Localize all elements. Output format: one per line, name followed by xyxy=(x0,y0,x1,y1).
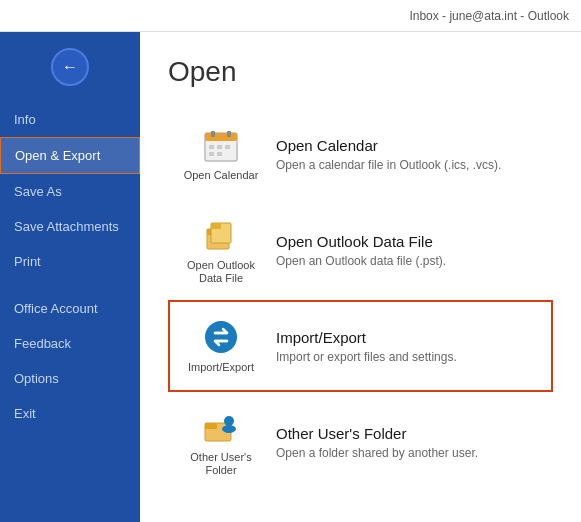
sidebar: ← Info Open & Export Save As Save Attach… xyxy=(0,32,140,522)
svg-point-13 xyxy=(205,321,237,353)
page-title: Open xyxy=(168,56,553,88)
content-area: Open Open Calendar xyxy=(140,32,581,522)
sidebar-item-save-attachments[interactable]: Save Attachments xyxy=(0,209,140,244)
open-outlook-data-file-desc: Open an Outlook data file (.pst). xyxy=(276,254,545,268)
svg-rect-6 xyxy=(225,145,230,149)
import-export-icon xyxy=(201,317,241,357)
svg-rect-2 xyxy=(211,131,215,137)
option-open-outlook-data-file[interactable]: Open Outlook Data File Open Outlook Data… xyxy=(168,204,553,296)
sidebar-item-exit[interactable]: Exit xyxy=(0,396,140,431)
other-users-folder-title: Other User's Folder xyxy=(276,425,545,442)
import-export-title: Import/Export xyxy=(276,329,545,346)
title-bar: Inbox - june@ata.int - Outlook xyxy=(0,0,581,32)
option-open-calendar[interactable]: Open Calendar Open Calendar Open a calen… xyxy=(168,108,553,200)
other-users-folder-desc: Open a folder shared by another user. xyxy=(276,446,545,460)
svg-rect-4 xyxy=(209,145,214,149)
option-other-users-folder[interactable]: Other User's Folder Other User's Folder … xyxy=(168,396,553,488)
svg-rect-3 xyxy=(227,131,231,137)
import-export-desc: Import or export files and settings. xyxy=(276,350,545,364)
sidebar-item-feedback[interactable]: Feedback xyxy=(0,326,140,361)
svg-rect-17 xyxy=(205,423,217,429)
svg-rect-1 xyxy=(205,133,237,141)
import-export-icon-container: Import/Export xyxy=(176,310,266,382)
open-calendar-icon-container: Open Calendar xyxy=(176,118,266,190)
svg-rect-12 xyxy=(211,223,221,229)
import-export-text: Import/Export Import or export files and… xyxy=(266,329,545,364)
sidebar-item-info[interactable]: Info xyxy=(0,102,140,137)
open-outlook-data-file-icon-container: Open Outlook Data File xyxy=(176,214,266,286)
other-users-folder-icon-container: Other User's Folder xyxy=(176,406,266,478)
data-file-icon xyxy=(201,215,241,255)
option-list: Open Calendar Open Calendar Open a calen… xyxy=(168,108,553,488)
svg-rect-7 xyxy=(209,152,214,156)
sidebar-item-office-account[interactable]: Office Account xyxy=(0,291,140,326)
open-outlook-data-file-text: Open Outlook Data File Open an Outlook d… xyxy=(266,233,545,268)
open-outlook-data-file-title: Open Outlook Data File xyxy=(276,233,545,250)
open-calendar-title: Open Calendar xyxy=(276,137,545,154)
svg-point-18 xyxy=(224,416,234,426)
sidebar-item-save-as[interactable]: Save As xyxy=(0,174,140,209)
import-export-label: Import/Export xyxy=(188,361,254,374)
calendar-icon xyxy=(201,125,241,165)
svg-rect-8 xyxy=(217,152,222,156)
svg-point-19 xyxy=(222,425,236,433)
other-users-folder-icon xyxy=(201,407,241,447)
other-users-folder-text: Other User's Folder Open a folder shared… xyxy=(266,425,545,460)
open-calendar-text: Open Calendar Open a calendar file in Ou… xyxy=(266,137,545,172)
open-outlook-data-file-label: Open Outlook Data File xyxy=(176,259,266,285)
option-import-export[interactable]: Import/Export Import/Export Import or ex… xyxy=(168,300,553,392)
title-text: Inbox - june@ata.int - Outlook xyxy=(409,9,569,23)
back-button[interactable]: ← xyxy=(51,48,89,86)
sidebar-item-open-export[interactable]: Open & Export xyxy=(0,137,140,174)
main-container: ← Info Open & Export Save As Save Attach… xyxy=(0,32,581,522)
open-calendar-desc: Open a calendar file in Outlook (.ics, .… xyxy=(276,158,545,172)
open-calendar-label: Open Calendar xyxy=(184,169,259,182)
other-users-folder-label: Other User's Folder xyxy=(176,451,266,477)
sidebar-item-options[interactable]: Options xyxy=(0,361,140,396)
svg-rect-5 xyxy=(217,145,222,149)
sidebar-item-print[interactable]: Print xyxy=(0,244,140,279)
